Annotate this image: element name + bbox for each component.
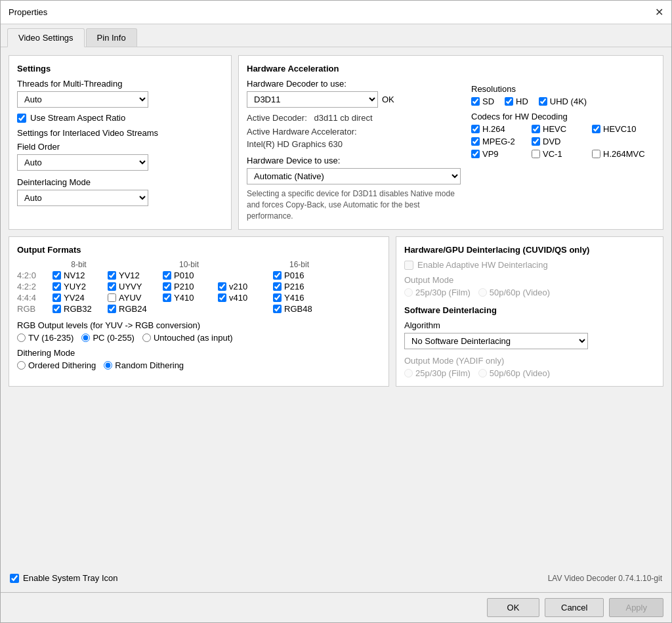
fmt-yv12-checkbox[interactable]: [108, 271, 116, 280]
codec-h264-checkbox[interactable]: [471, 125, 480, 133]
dither-random-option: Random Dithering: [104, 360, 184, 370]
decoder-row: D3D11 OK: [247, 91, 461, 108]
active-hw-accel-row: Active Hardware Accelerator:: [247, 127, 461, 137]
close-button[interactable]: ✕: [655, 7, 663, 18]
res-uhd-label: UHD (4K): [550, 97, 587, 106]
top-panels: Settings Threads for Multi-Threading Aut…: [9, 55, 663, 230]
res-uhd-checkbox[interactable]: [539, 97, 547, 106]
fmt-p010-checkbox[interactable]: [163, 271, 171, 280]
fmt-rgb32-label: RGB32: [64, 304, 92, 314]
codec-vp9-label: VP9: [482, 149, 499, 159]
decoder-label: Hardware Decoder to use:: [247, 79, 461, 89]
fmt-p010: P010: [163, 270, 215, 280]
footer-row: Enable System Tray Icon LAV Video Decode…: [1, 564, 671, 592]
codec-vc1: VC-1: [532, 149, 584, 159]
system-tray-row: Enable System Tray Icon: [10, 573, 118, 583]
fmt-uyvy: UYVY: [108, 282, 160, 291]
codec-hevc10-checkbox[interactable]: [592, 125, 600, 133]
fmt-yv12: YV12: [108, 270, 160, 280]
rgb-pc-radio[interactable]: [81, 333, 90, 342]
interlaced-title: Settings for Interlaced Video Streams: [17, 128, 223, 138]
fmt-nv12-label: NV12: [64, 270, 85, 280]
rgb-radio-group: TV (16-235) PC (0-255) Untouched (as inp…: [17, 333, 381, 343]
fmt-ayuv-checkbox[interactable]: [108, 293, 116, 302]
fmt-uyvy-checkbox[interactable]: [108, 282, 116, 291]
fmt-v210-checkbox[interactable]: [218, 282, 226, 291]
bit16-header: 16-bit: [273, 260, 326, 269]
fmt-rgb24-checkbox[interactable]: [108, 305, 116, 313]
enable-adaptive-row: Enable Adaptive HW Deinterlacing: [404, 260, 655, 270]
format-label-422: 4:2:2: [17, 282, 50, 291]
fmt-v410-checkbox[interactable]: [218, 293, 226, 302]
rgb-untouched-label: Untouched (as input): [154, 333, 233, 343]
stream-aspect-checkbox[interactable]: [17, 114, 26, 123]
res-sd-checkbox[interactable]: [471, 97, 480, 106]
fmt-v210-label: v210: [229, 282, 247, 291]
codec-hevc-checkbox[interactable]: [532, 125, 540, 133]
stream-aspect-label: Use Stream Aspect Ratio: [30, 113, 125, 123]
yadif-video-label: 50p/60p (Video): [490, 368, 550, 378]
rgb-tv-radio[interactable]: [17, 333, 26, 342]
codecs-title: Codecs for HW Decoding: [471, 112, 655, 121]
res-hd-checkbox[interactable]: [505, 97, 513, 106]
fmt-nv12-checkbox[interactable]: [52, 271, 61, 280]
ok-button[interactable]: OK: [487, 598, 539, 617]
hw-deint-title: Hardware/GPU Deinterlacing (CUVID/QS onl…: [404, 245, 655, 255]
codec-h264mvc-checkbox[interactable]: [592, 150, 600, 158]
hw-output-video-radio[interactable]: [478, 288, 487, 297]
system-tray-checkbox[interactable]: [10, 574, 19, 583]
version-info: LAV Video Decoder 0.74.1.10-git: [548, 574, 662, 583]
dither-ordered-radio[interactable]: [17, 361, 26, 370]
cancel-button[interactable]: Cancel: [545, 598, 604, 617]
bit8-header: 8-bit: [52, 260, 105, 269]
yadif-film-option: 25p/30p (Film): [404, 368, 471, 378]
tab-video-settings[interactable]: Video Settings: [7, 28, 85, 47]
deinterlacing-mode-select[interactable]: Auto: [17, 190, 148, 206]
output-formats-panel: Output Formats 8-bit 10-bit 16-bit 4:2:0…: [9, 236, 389, 387]
fmt-yuy2-checkbox[interactable]: [52, 282, 61, 291]
device-select[interactable]: Automatic (Native): [247, 168, 461, 184]
fmt-p016: P016: [273, 270, 326, 280]
yadif-film-radio[interactable]: [404, 369, 413, 377]
fmt-p016-checkbox[interactable]: [273, 271, 282, 280]
main-window: Properties ✕ Video Settings Pin Info Set…: [0, 0, 672, 623]
decoder-select[interactable]: D3D11: [247, 91, 378, 108]
codec-dvd-checkbox[interactable]: [532, 137, 540, 146]
hw-output-film-label: 25p/30p (Film): [415, 288, 471, 297]
fmt-y416-checkbox[interactable]: [273, 293, 282, 302]
active-decoder-row: Active Decoder: d3d11 cb direct: [247, 113, 461, 123]
fmt-p216-checkbox[interactable]: [273, 282, 282, 291]
codec-vc1-checkbox[interactable]: [532, 150, 540, 158]
tab-pin-info[interactable]: Pin Info: [86, 28, 137, 47]
apply-button[interactable]: Apply: [609, 598, 663, 617]
titlebar: Properties ✕: [1, 1, 671, 24]
fmt-yv24-checkbox[interactable]: [52, 293, 61, 302]
res-sd-label: SD: [482, 97, 494, 106]
dither-random-radio[interactable]: [104, 361, 112, 370]
fmt-rgb48-checkbox[interactable]: [273, 305, 282, 313]
output-mode-film-option: 25p/30p (Film): [404, 288, 471, 297]
algorithm-select[interactable]: No Software Deinterlacing: [404, 333, 588, 349]
res-hd-label: HD: [516, 97, 528, 106]
threads-select[interactable]: Auto: [17, 91, 148, 108]
format-label-420: 4:2:0: [17, 270, 50, 280]
algorithm-label: Algorithm: [404, 320, 655, 330]
device-label: Hardware Device to use:: [247, 156, 461, 165]
output-mode-radio-group: 25p/30p (Film) 50p/60p (Video): [404, 288, 655, 297]
output-formats-title: Output Formats: [17, 245, 381, 255]
software-deint-title: Software Deinterlacing: [404, 305, 655, 315]
fmt-rgb32-checkbox[interactable]: [52, 305, 61, 313]
active-decoder-label: Active Decoder:: [247, 113, 307, 123]
fmt-y410-checkbox[interactable]: [163, 293, 171, 302]
enable-adaptive-checkbox[interactable]: [404, 261, 413, 270]
rgb-untouched-radio[interactable]: [142, 333, 151, 342]
codec-mpeg2: MPEG-2: [471, 137, 524, 146]
format-label-444: 4:4:4: [17, 293, 50, 303]
field-order-select[interactable]: Auto: [17, 154, 148, 171]
fmt-p210-checkbox[interactable]: [163, 282, 171, 291]
hw-output-film-radio[interactable]: [404, 288, 413, 297]
codec-vp9-checkbox[interactable]: [471, 150, 480, 158]
fmt-yv24: YV24: [52, 293, 105, 303]
yadif-video-radio[interactable]: [478, 369, 487, 377]
codec-mpeg2-checkbox[interactable]: [471, 137, 480, 146]
